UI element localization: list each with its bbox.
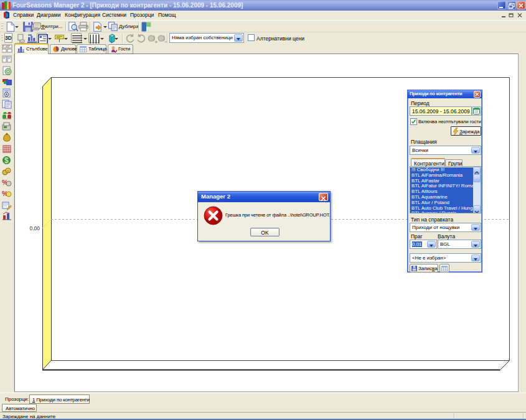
svg-text:$: $ [4, 156, 9, 165]
svg-text:0.00: 0.00 [29, 225, 40, 231]
